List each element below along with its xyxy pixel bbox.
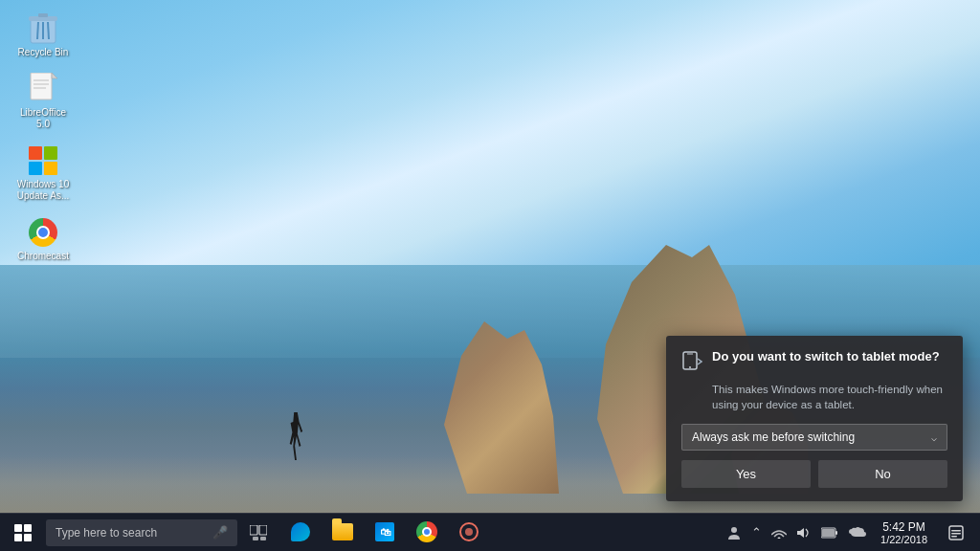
- recycle-bin-label: Recycle Bin: [18, 47, 69, 58]
- notification-header: Do you want to switch to tablet mode?: [681, 349, 947, 372]
- store-taskbar-button[interactable]: 🛍: [364, 514, 406, 552]
- svg-point-21: [731, 527, 737, 533]
- notification-description: This makes Windows more touch-friendly w…: [681, 382, 947, 412]
- onedrive-icon[interactable]: [844, 514, 871, 552]
- svg-rect-18: [260, 537, 266, 540]
- svg-point-13: [689, 366, 691, 368]
- start-sq-1: [14, 524, 22, 532]
- taskbar-tray: ⌃: [723, 514, 980, 552]
- no-button[interactable]: No: [818, 460, 947, 488]
- chrome-taskbar-icon: [416, 521, 437, 542]
- network-icon[interactable]: [768, 514, 791, 552]
- svg-point-22: [778, 537, 781, 539]
- folder-icon: [332, 523, 353, 540]
- search-placeholder: Type here to search: [56, 526, 157, 540]
- svg-line-3: [37, 22, 38, 39]
- clock-date: 1/22/2018: [880, 534, 927, 545]
- libreoffice-icon[interactable]: LibreOffice 5.0: [10, 70, 77, 134]
- win-quad-yellow: [44, 162, 57, 175]
- dropdown-label: Always ask me before switching: [692, 430, 855, 444]
- svg-rect-25: [822, 529, 835, 537]
- action-center-button[interactable]: [937, 514, 975, 552]
- task-view-button[interactable]: [237, 514, 279, 552]
- win-quad-green: [44, 146, 57, 160]
- person-icon[interactable]: [723, 514, 746, 552]
- windows-update-label: Windows 10 Update As...: [13, 179, 73, 202]
- win-quad-blue: [29, 162, 42, 175]
- desktop-icons: Recycle Bin LibreOffice 5.0: [10, 10, 77, 266]
- store-icon: 🛍: [375, 522, 394, 541]
- edge-icon: [291, 522, 310, 541]
- chrome-icon[interactable]: Chromecast: [10, 213, 77, 266]
- yes-button[interactable]: Yes: [681, 460, 811, 488]
- svg-rect-2: [38, 13, 48, 17]
- taskbar: Type here to search 🎤 🛍: [0, 513, 980, 551]
- tablet-mode-notification: Do you want to switch to tablet mode? Th…: [666, 336, 963, 501]
- start-sq-2: [24, 524, 32, 532]
- svg-rect-24: [835, 531, 837, 535]
- libreoffice-svg: [29, 73, 57, 105]
- recycle-bin-svg: [29, 12, 57, 45]
- svg-rect-16: [259, 525, 267, 535]
- svg-rect-27: [951, 530, 961, 532]
- battery-icon[interactable]: [817, 514, 842, 552]
- chrome-inner-taskbar: [422, 527, 432, 537]
- svg-rect-15: [250, 525, 257, 535]
- start-button[interactable]: [0, 514, 46, 552]
- recycle-bin-icon[interactable]: Recycle Bin: [10, 10, 77, 62]
- notification-buttons: Yes No: [681, 460, 947, 488]
- svg-rect-6: [31, 73, 52, 99]
- libreoffice-label: LibreOffice 5.0: [13, 107, 73, 130]
- chrome-taskbar-button[interactable]: [406, 514, 448, 552]
- svg-rect-29: [951, 536, 957, 538]
- start-sq-3: [14, 534, 22, 541]
- chevron-down-icon: ⌵: [931, 432, 937, 443]
- clock-time: 5:42 PM: [882, 520, 925, 534]
- tablet-mode-icon: [681, 351, 702, 372]
- file-explorer-taskbar-button[interactable]: [322, 514, 364, 552]
- svg-rect-17: [253, 537, 258, 540]
- chrome-logo: [29, 218, 57, 247]
- svg-rect-28: [951, 533, 961, 535]
- search-box[interactable]: Type here to search 🎤: [46, 519, 237, 546]
- start-icon: [14, 524, 32, 541]
- volume-icon[interactable]: [792, 514, 815, 552]
- chevron-up-tray-icon[interactable]: ⌃: [747, 514, 766, 552]
- edge-taskbar-button[interactable]: [279, 514, 322, 552]
- desktop: Recycle Bin LibreOffice 5.0: [0, 0, 980, 551]
- win-quad-red: [29, 146, 42, 160]
- extra-app-button[interactable]: [448, 514, 490, 552]
- notification-title: Do you want to switch to tablet mode?: [712, 349, 947, 365]
- svg-line-5: [48, 22, 49, 39]
- windows-logo: [29, 146, 57, 175]
- microphone-icon: 🎤: [212, 525, 228, 540]
- chrome-label: Chromecast: [17, 251, 69, 262]
- chrome-inner-circle: [36, 226, 50, 239]
- start-sq-4: [24, 534, 32, 541]
- notification-dropdown[interactable]: Always ask me before switching ⌵: [681, 424, 947, 451]
- system-clock[interactable]: 5:42 PM 1/22/2018: [873, 514, 935, 552]
- windows-update-icon[interactable]: Windows 10 Update As...: [10, 142, 77, 206]
- svg-point-20: [465, 528, 473, 536]
